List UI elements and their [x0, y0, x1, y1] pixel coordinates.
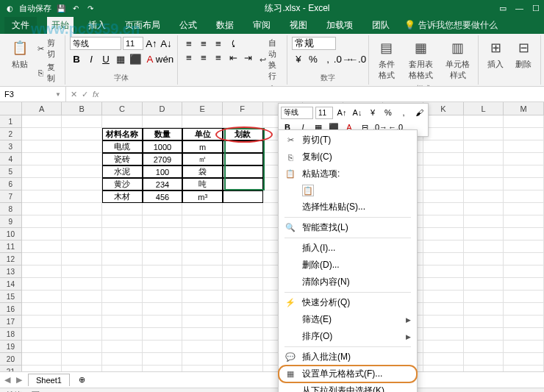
mini-grow-font[interactable]: A↑ [335, 106, 348, 119]
cell-B19[interactable] [62, 341, 102, 353]
col-header-F[interactable]: F [223, 102, 263, 115]
cell-E5[interactable]: 袋 [182, 165, 223, 178]
cell-C1[interactable] [102, 115, 143, 128]
cell-C20[interactable] [102, 353, 143, 366]
conditional-format-button[interactable]: ▤条件格式 [373, 37, 400, 82]
file-tab[interactable]: 文件 [4, 17, 37, 34]
ctx-sort[interactable]: 排序(O)▶ [279, 328, 417, 345]
cell-C13[interactable] [102, 266, 143, 278]
cell-M18[interactable] [504, 328, 544, 341]
row-header-7[interactable]: 7 [0, 190, 22, 203]
cell-L11[interactable] [464, 240, 504, 253]
cell-K10[interactable] [423, 228, 464, 240]
cell-A12[interactable] [22, 253, 62, 266]
cell-M7[interactable] [504, 190, 544, 203]
grow-font-button[interactable]: A↑ [145, 37, 158, 50]
cell-C18[interactable] [102, 328, 143, 341]
cell-K15[interactable] [423, 291, 464, 303]
cell-D14[interactable] [143, 278, 183, 291]
ctx-paste-normal[interactable]: 📋 [279, 182, 417, 199]
cell-B4[interactable] [62, 153, 102, 165]
insert-cells-button[interactable]: ⊞插入 [483, 37, 508, 71]
ctx-quick-analysis[interactable]: ⚡快速分析(Q) [279, 294, 417, 311]
cell-F19[interactable] [223, 341, 263, 353]
cell-B9[interactable] [62, 215, 102, 228]
cell-B20[interactable] [62, 353, 102, 366]
ctx-copy[interactable]: ⎘复制(C) [279, 149, 417, 165]
cell-A4[interactable] [22, 153, 62, 165]
col-header-A[interactable]: A [22, 102, 62, 115]
cell-E15[interactable] [182, 291, 223, 303]
cell-E20[interactable] [182, 353, 223, 366]
cell-M17[interactable] [504, 316, 544, 328]
phonetic-button[interactable]: wén [158, 52, 171, 65]
cell-E9[interactable] [182, 215, 223, 228]
cell-M9[interactable] [504, 215, 544, 228]
col-header-L[interactable]: L [464, 102, 504, 115]
italic-button[interactable]: I [85, 52, 98, 65]
row-header-16[interactable]: 16 [0, 303, 22, 316]
cell-K14[interactable] [423, 278, 464, 291]
cell-L7[interactable] [464, 190, 504, 203]
cell-K21[interactable] [423, 366, 464, 371]
cell-F15[interactable] [223, 291, 263, 303]
cell-D9[interactable] [143, 215, 183, 228]
maximize-icon[interactable]: ☐ [532, 4, 540, 13]
cell-D21[interactable] [143, 366, 183, 371]
cell-F6[interactable] [223, 178, 263, 190]
row-header-1[interactable]: 1 [0, 115, 22, 128]
cell-D2[interactable]: 数量 [143, 128, 183, 140]
cell-K20[interactable] [423, 353, 464, 366]
mini-percent[interactable]: % [382, 106, 395, 119]
cell-A5[interactable] [22, 165, 62, 178]
cell-F21[interactable] [223, 366, 263, 371]
undo-icon[interactable]: ↶ [71, 3, 81, 13]
cell-E19[interactable] [182, 341, 223, 353]
col-header-K[interactable]: K [423, 102, 464, 115]
cell-F14[interactable] [223, 278, 263, 291]
cell-D11[interactable] [143, 240, 183, 253]
cell-B6[interactable] [62, 178, 102, 190]
cell-M11[interactable] [504, 240, 544, 253]
row-header-10[interactable]: 10 [0, 228, 22, 240]
shrink-font-button[interactable]: A↓ [160, 37, 173, 50]
cell-A2[interactable] [22, 128, 62, 140]
add-sheet-button[interactable]: ⊕ [76, 374, 89, 387]
tab-addins[interactable]: 加载项 [322, 17, 357, 34]
mini-shrink-font[interactable]: A↓ [351, 106, 364, 119]
cell-C14[interactable] [102, 278, 143, 291]
row-header-9[interactable]: 9 [0, 215, 22, 228]
align-right-button[interactable]: ≡ [212, 51, 225, 64]
row-header-18[interactable]: 18 [0, 328, 22, 341]
cell-K11[interactable] [423, 240, 464, 253]
cell-E14[interactable] [182, 278, 223, 291]
cell-B7[interactable] [62, 190, 102, 203]
indent-dec-button[interactable]: ⇤ [226, 51, 240, 64]
font-face-input[interactable] [70, 37, 121, 50]
cell-F11[interactable] [223, 240, 263, 253]
cell-D7[interactable]: 456 [143, 190, 183, 203]
row-header-4[interactable]: 4 [0, 153, 22, 165]
cell-E8[interactable] [182, 203, 223, 215]
cell-L18[interactable] [464, 328, 504, 341]
ctx-filter[interactable]: 筛选(E)▶ [279, 311, 417, 328]
cell-F9[interactable] [223, 215, 263, 228]
cell-F18[interactable] [223, 328, 263, 341]
cell-C10[interactable] [102, 228, 143, 240]
cell-K19[interactable] [423, 341, 464, 353]
cell-B5[interactable] [62, 165, 102, 178]
cell-K2[interactable] [423, 128, 464, 140]
cell-M16[interactable] [504, 303, 544, 316]
cell-L5[interactable] [464, 165, 504, 178]
cell-L4[interactable] [464, 153, 504, 165]
cell-K12[interactable] [423, 253, 464, 266]
cell-M15[interactable] [504, 291, 544, 303]
cell-B8[interactable] [62, 203, 102, 215]
cell-F1[interactable] [223, 115, 263, 128]
cell-F17[interactable] [223, 316, 263, 328]
col-header-C[interactable]: C [102, 102, 143, 115]
cell-B21[interactable] [62, 366, 102, 371]
cell-L8[interactable] [464, 203, 504, 215]
cell-K18[interactable] [423, 328, 464, 341]
cell-M20[interactable] [504, 353, 544, 366]
